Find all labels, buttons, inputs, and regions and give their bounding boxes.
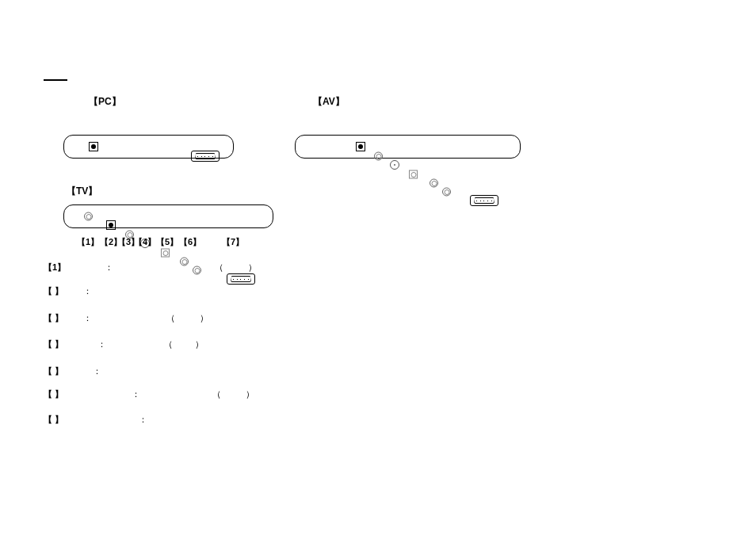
tv-label: 【TV】 [67,185,97,198]
desc-row-7: 【 】 ： [44,414,147,426]
underline-mark [44,79,67,81]
port-label-7: 【7】 [222,236,244,248]
audio-port [374,152,383,161]
dc-in-port [356,142,365,151]
av-label: 【AV】 [313,95,345,109]
desc-num: 【 】 [44,313,63,323]
port-label-5: 【5】 [156,236,178,248]
vga-port [191,151,220,162]
desc-num: 【 】 [44,366,63,376]
desc-text: ： [63,415,147,424]
audio-l-port [430,179,438,188]
vga-port [470,195,498,206]
dc-in-port [106,220,116,230]
desc-row-6: 【 】 ： （ ） [44,388,254,400]
desc-num: 【 】 [44,415,63,424]
tv-panel [63,204,273,228]
desc-row-4: 【 】 ： （ ） [44,338,204,350]
desc-num: 【 】 [44,339,63,349]
pc-panel [63,135,234,159]
desc-num: 【1】 [44,262,66,272]
desc-row-5: 【 】 ： [44,365,101,377]
vga-port [227,273,255,285]
pc-label: 【PC】 [89,95,121,109]
desc-text: ： （ ） [66,262,257,272]
audio-r-port [442,188,451,197]
desc-num: 【 】 [44,389,63,399]
ant-port [84,212,93,221]
video-port [409,170,418,179]
desc-text: ： （ ） [63,339,204,349]
desc-row-2: 【 】 ： [44,285,92,297]
video-port [161,249,170,258]
port-label-4: 【4】 [134,236,156,248]
desc-text: ： （ ） [63,389,254,399]
av-panel [295,135,521,159]
port-label-6: 【6】 [179,236,201,248]
svideo-port [390,160,399,170]
desc-row-3: 【 】 ： （ ） [44,312,208,324]
desc-row-1: 【1】 ： （ ） [44,262,257,273]
desc-num: 【 】 [44,286,63,296]
port-label-1: 【1】 [77,236,99,248]
desc-text: ： （ ） [63,313,208,323]
desc-text: ： [63,366,101,376]
dc-in-port [89,142,98,151]
desc-text: ： [63,286,91,296]
